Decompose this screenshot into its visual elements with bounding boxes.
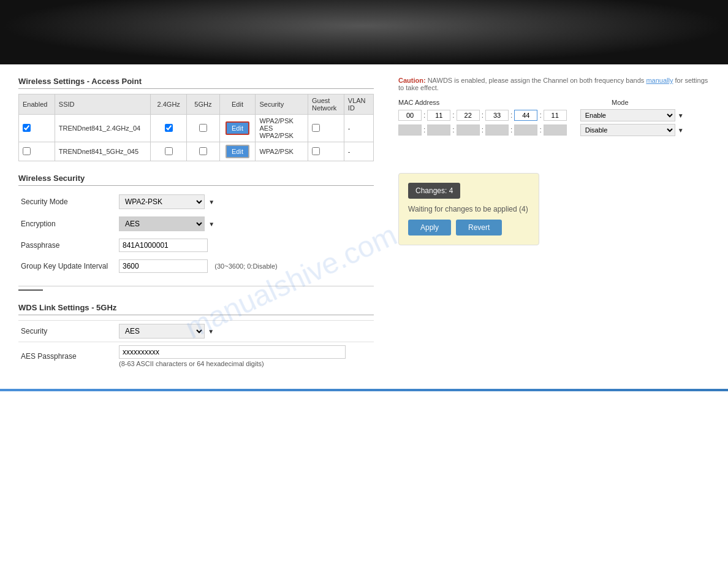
row2-guest: [308, 142, 344, 161]
group-key-label: Group Key Update Interval: [18, 256, 116, 277]
mac-table-header: MAC Address Mode: [398, 99, 710, 106]
encryption-select[interactable]: AES TKIP TKIP+AES: [119, 216, 205, 231]
mac-octet-2-1[interactable]: [398, 124, 422, 136]
24ghz-checkbox-2[interactable]: [165, 147, 173, 155]
wds-security-label: Security: [18, 321, 116, 342]
encryption-cell: AES TKIP TKIP+AES ▼: [116, 213, 374, 235]
security-mode-cell: WPA2-PSK WPA-PSK WEP None ▼: [116, 191, 374, 213]
mac-sep-6: :: [423, 126, 425, 134]
mac-sep-1: :: [423, 111, 425, 120]
group-key-row: Group Key Update Interval (30~3600; 0:Di…: [18, 256, 374, 277]
security-section-title: Wireless Security: [18, 174, 374, 186]
col-header-24ghz: 2.4GHz: [151, 94, 187, 115]
mode-select-2[interactable]: Disable Enable: [580, 124, 675, 136]
row2-vlan: -: [344, 142, 373, 161]
row1-security: WPA2/PSK AES WPA2/PSK: [256, 115, 308, 142]
header-banner: [0, 0, 728, 64]
table-row: TRENDnet841_5GHz_045 Edit WPA2/PSK -: [19, 142, 374, 161]
col-header-guest: Guest Network: [308, 94, 344, 115]
row1-edit: Edit: [219, 115, 256, 142]
bottom-divider: [0, 389, 728, 391]
row1-ssid: TRENDnet841_2.4GHz_04: [55, 115, 150, 142]
mac-octet-2-2[interactable]: [427, 124, 450, 136]
security-mode-select[interactable]: WPA2-PSK WPA-PSK WEP None: [119, 194, 205, 209]
wds-form: Security AES None ▼ AES Passphrase: [18, 320, 374, 370]
passphrase-cell: [116, 235, 374, 256]
wds-passphrase-wrapper: (8-63 ASCII characters or 64 hexadecimal…: [119, 345, 371, 367]
row1-vlan: -: [344, 115, 373, 142]
passphrase-label: Passphrase: [18, 235, 116, 256]
5ghz-checkbox-1[interactable]: [199, 124, 207, 132]
wds-security-cell: AES None ▼: [116, 321, 374, 342]
mac-octet-2-4[interactable]: [485, 124, 509, 136]
wds-section: WDS Link Settings - 5GHz Security AES No…: [18, 303, 374, 370]
wds-security-row: Security AES None ▼: [18, 321, 374, 342]
mac-sep-3: :: [482, 111, 483, 120]
passphrase-row: Passphrase: [18, 235, 374, 256]
ap-table: Enabled SSID 2.4GHz 5GHz Edit Security G…: [18, 94, 374, 161]
col-header-edit: Edit: [219, 94, 256, 115]
mac-octet-2-3[interactable]: [457, 124, 480, 136]
row2-24ghz: [151, 142, 187, 161]
mode-select-1[interactable]: Enable Disable: [580, 109, 675, 121]
mac-octet-2-6[interactable]: [544, 124, 567, 136]
mac-sep-5: :: [539, 111, 541, 120]
mac-sep-8: :: [482, 126, 483, 134]
row1-5ghz: [187, 115, 219, 142]
edit-button-1[interactable]: Edit: [226, 121, 249, 135]
wds-security-select[interactable]: AES None: [119, 324, 205, 339]
apply-button[interactable]: Apply: [408, 220, 451, 236]
5ghz-checkbox-2[interactable]: [199, 147, 207, 155]
mac-octet-1-2[interactable]: [427, 110, 450, 121]
edit-button-2[interactable]: Edit: [226, 145, 249, 158]
changes-text: Waiting for changes to be applied (4): [408, 205, 529, 213]
mac-octet-1-6[interactable]: [544, 110, 567, 121]
guest-checkbox-1[interactable]: [312, 124, 320, 132]
mac-sep-4: :: [510, 111, 512, 120]
security-section: Wireless Security Security Mode WPA2-PSK…: [18, 174, 374, 277]
col-header-5ghz: 5GHz: [187, 94, 219, 115]
row2-enabled: [19, 142, 55, 161]
security-mode-label: Security Mode: [18, 191, 116, 213]
col-header-vlan: VLAN ID: [344, 94, 373, 115]
mac-row-2: : : : : : Disable Enable ▼: [398, 124, 710, 136]
group-key-input[interactable]: [119, 259, 208, 273]
changes-header: Changes: 4: [408, 183, 460, 199]
group-key-cell: (30~3600; 0:Disable): [116, 256, 374, 277]
mac-octet-1-1[interactable]: [398, 110, 422, 121]
mac-octet-1-4[interactable]: [485, 110, 509, 121]
mac-octet-1-3[interactable]: [457, 110, 480, 121]
mac-address-table: MAC Address Mode : : : : : Enable Disabl…: [398, 99, 710, 136]
revert-button[interactable]: Revert: [456, 220, 502, 236]
wds-passphrase-input[interactable]: [119, 345, 346, 359]
encryption-label: Encryption: [18, 213, 116, 235]
enabled-checkbox-1[interactable]: [23, 124, 31, 132]
passphrase-input[interactable]: [119, 239, 208, 252]
right-panel: Caution: NAWDS is enabled, please assign…: [398, 77, 710, 370]
mode-header: Mode: [612, 99, 710, 106]
mac-octet-1-5[interactable]: [514, 110, 537, 121]
mac-octet-2-5[interactable]: [514, 124, 537, 136]
24ghz-checkbox-1[interactable]: [165, 124, 173, 132]
row1-guest: [308, 115, 344, 142]
mac-row-1: : : : : : Enable Disable ▼: [398, 109, 710, 121]
row2-5ghz: [187, 142, 219, 161]
mac-sep-2: :: [452, 111, 454, 120]
row2-security: WPA2/PSK: [256, 142, 308, 161]
wds-passphrase-cell: (8-63 ASCII characters or 64 hexadecimal…: [116, 342, 374, 371]
row2-ssid: TRENDnet841_5GHz_045: [55, 142, 150, 161]
security-form: Security Mode WPA2-PSK WPA-PSK WEP None …: [18, 191, 374, 277]
wds-passphrase-row: AES Passphrase (8-63 ASCII characters or…: [18, 342, 374, 371]
encryption-row: Encryption AES TKIP TKIP+AES ▼: [18, 213, 374, 235]
mac-sep-10: :: [539, 126, 541, 134]
col-header-security: Security: [256, 94, 308, 115]
mac-address-header: MAC Address: [398, 99, 612, 106]
mac-sep-9: :: [510, 126, 512, 134]
guest-checkbox-2[interactable]: [312, 147, 320, 155]
caution-manual: manually: [646, 77, 673, 84]
table-row: TRENDnet841_2.4GHz_04 Edit WPA2/PSK AES …: [19, 115, 374, 142]
caution-text: Caution: NAWDS is enabled, please assign…: [398, 77, 710, 91]
col-header-ssid: SSID: [55, 94, 150, 115]
enabled-checkbox-2[interactable]: [23, 147, 31, 155]
row2-edit: Edit: [219, 142, 256, 161]
